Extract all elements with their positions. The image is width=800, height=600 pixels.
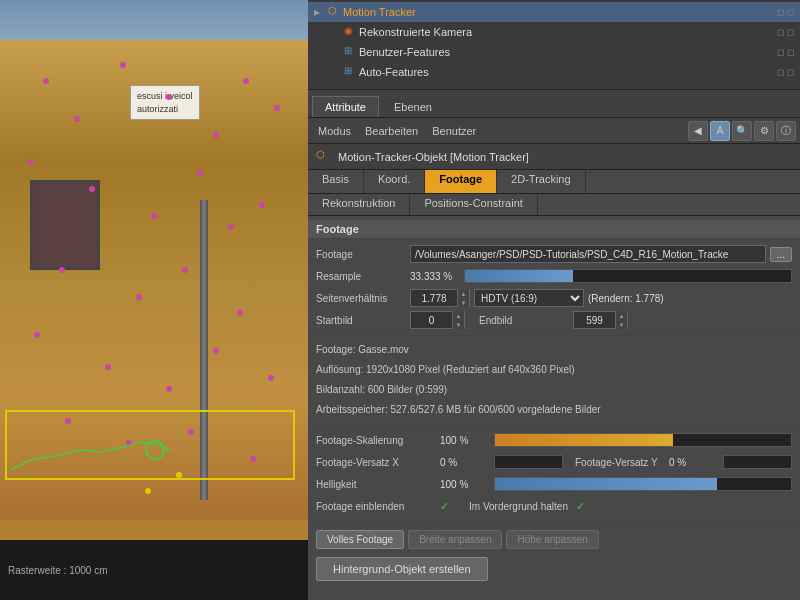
versatz-x-value: 0 %	[440, 457, 490, 468]
helligkeit-label: Helligkeit	[316, 479, 436, 490]
obj-icon: ⬡	[316, 149, 332, 165]
tp	[274, 105, 280, 111]
scene-tree: ▶ ⬡ Motion Tracker ◻ ◻ ◉ Rekonstruierte …	[308, 0, 800, 90]
forward-btn[interactable]: A	[710, 121, 730, 141]
hoehe-anpassen-btn[interactable]: Höhe anpassen	[506, 530, 598, 549]
spinner-down[interactable]: ▼	[615, 320, 627, 329]
bearbeiten-btn[interactable]: Bearbeiten	[359, 123, 424, 139]
resample-row: Resample 33.333 %	[308, 265, 800, 287]
tp	[136, 294, 142, 300]
tree-item-benutzer[interactable]: ⊞ Benutzer-Features ◻ ◻	[308, 42, 800, 62]
einblenden-label: Footage einblenden	[316, 501, 436, 512]
obj-title-text: Motion-Tracker-Objekt [Motion Tracker]	[338, 151, 529, 163]
tree-item-motion-tracker[interactable]: ▶ ⬡ Motion Tracker ◻ ◻	[308, 2, 800, 22]
spinner-arrows[interactable]: ▲ ▼	[615, 311, 627, 329]
feature-icon: ⊞	[340, 65, 356, 79]
info-filename: Footage: Gasse.mov	[308, 340, 800, 360]
spinner-down[interactable]: ▼	[452, 320, 464, 329]
tp	[182, 267, 188, 273]
tp	[228, 224, 234, 230]
skalierung-label: Footage-Skalierung	[316, 435, 436, 446]
tp	[43, 78, 49, 84]
volles-footage-btn[interactable]: Volles Footage	[316, 530, 404, 549]
tracking-path-svg	[0, 400, 300, 480]
spinner-down[interactable]: ▼	[457, 298, 469, 307]
spinner-up[interactable]: ▲	[457, 289, 469, 298]
sub-tabs-row2: Rekonstruktion Positions-Constraint	[308, 194, 800, 216]
versatz-y-value: 0 %	[669, 457, 719, 468]
hintergrund-btn[interactable]: Hintergrund-Objekt erstellen	[316, 557, 488, 581]
versatz-x-label: Footage-Versatz X	[316, 457, 436, 468]
sub-tab-rekonstruktion[interactable]: Rekonstruktion	[308, 194, 410, 215]
breite-anpassen-btn[interactable]: Breite anpassen	[408, 530, 502, 549]
tp	[213, 132, 219, 138]
tp	[28, 159, 34, 165]
spinner-up[interactable]: ▲	[452, 311, 464, 320]
tp	[34, 332, 40, 338]
seitenverh-label: Seitenverhältnis	[316, 293, 406, 304]
tree-label-motion-tracker: Motion Tracker	[343, 6, 416, 18]
startbild-label: Startbild	[316, 315, 406, 326]
back-btn[interactable]: ◀	[688, 121, 708, 141]
startbild-spinner[interactable]: 0 ▲ ▼	[410, 311, 465, 329]
footage-path-input[interactable]	[410, 245, 766, 263]
endbild-spinner[interactable]: 599 ▲ ▼	[573, 311, 628, 329]
versatz-y-slider[interactable]	[723, 455, 792, 469]
tp	[105, 364, 111, 370]
resample-slider[interactable]	[464, 269, 792, 283]
helligkeit-fill	[495, 478, 717, 490]
sub-tab-basis[interactable]: Basis	[308, 170, 364, 193]
tp	[151, 213, 157, 219]
vordergrund-label: Im Vordergrund halten	[469, 501, 568, 512]
sub-tab-koord[interactable]: Koord.	[364, 170, 425, 193]
tree-icons-right: ◻ ◻	[777, 67, 794, 77]
tracker-icon: ⬡	[324, 5, 340, 19]
spinner-up[interactable]: ▲	[615, 311, 627, 320]
divider2	[308, 424, 800, 425]
hdtv-select[interactable]: HDTV (16:9)	[474, 289, 584, 307]
tree-item-kamera[interactable]: ◉ Rekonstruierte Kamera ◻ ◻	[308, 22, 800, 42]
attr-toolbar: Modus Bearbeiten Benutzer ◀ A 🔍 ⚙ ⓘ	[308, 118, 800, 144]
viewport: escusi i veicol autorizzati	[0, 0, 308, 600]
tp	[89, 186, 95, 192]
tab-ebenen[interactable]: Ebenen	[381, 96, 445, 117]
tree-item-auto[interactable]: ⊞ Auto-Features ◻ ◻	[308, 62, 800, 82]
skalierung-fill	[495, 434, 673, 446]
info-btn[interactable]: ⓘ	[776, 121, 796, 141]
content-area: Footage Footage ... Resample 33.333 % Se…	[308, 216, 800, 600]
tree-arrow: ▶	[314, 8, 324, 17]
render-label: (Rendern: 1.778)	[588, 293, 664, 304]
versatz-y-label: Footage-Versatz Y	[575, 457, 665, 468]
settings-btn[interactable]: ⚙	[754, 121, 774, 141]
sub-tab-footage[interactable]: Footage	[425, 170, 497, 193]
skalierung-slider[interactable]	[494, 433, 792, 447]
seitenverh-val: 1.778	[411, 293, 457, 304]
tp	[59, 267, 65, 273]
attr-tabs: Attribute Ebenen	[308, 90, 800, 118]
startend-row: Startbild 0 ▲ ▼ Endbild 599 ▲ ▼	[308, 309, 800, 331]
spinner-arrows[interactable]: ▲ ▼	[452, 311, 464, 329]
info-arbeitsspeicher: Arbeitsspeicher: 527.6/527.6 MB für 600/…	[308, 400, 800, 420]
footage-label: Footage	[316, 249, 406, 260]
helligkeit-slider[interactable]	[494, 477, 792, 491]
tp	[243, 78, 249, 84]
benutzer-btn[interactable]: Benutzer	[426, 123, 482, 139]
resample-label: Resample	[316, 271, 406, 282]
tree-icons-right: ◻ ◻	[777, 27, 794, 37]
sub-tab-2d-tracking[interactable]: 2D-Tracking	[497, 170, 586, 193]
spinner-arrows[interactable]: ▲ ▼	[457, 289, 469, 307]
tree-label-auto: Auto-Features	[359, 66, 429, 78]
seitenverh-row: Seitenverhältnis 1.778 ▲ ▼ HDTV (16:9) (…	[308, 287, 800, 309]
right-panel: ▶ ⬡ Motion Tracker ◻ ◻ ◉ Rekonstruierte …	[308, 0, 800, 600]
search-btn[interactable]: 🔍	[732, 121, 752, 141]
sub-tab-positions[interactable]: Positions-Constraint	[410, 194, 537, 215]
footage-section-header: Footage	[308, 220, 800, 239]
versatz-x-slider[interactable]	[494, 455, 563, 469]
footage-browse-btn[interactable]: ...	[770, 247, 792, 262]
tp-yellow	[145, 488, 151, 494]
seitenverh-spinner[interactable]: 1.778 ▲ ▼	[410, 289, 470, 307]
tree-label-benutzer: Benutzer-Features	[359, 46, 450, 58]
modus-btn[interactable]: Modus	[312, 123, 357, 139]
tab-attribute[interactable]: Attribute	[312, 96, 379, 117]
endbild-val: 599	[574, 315, 615, 326]
